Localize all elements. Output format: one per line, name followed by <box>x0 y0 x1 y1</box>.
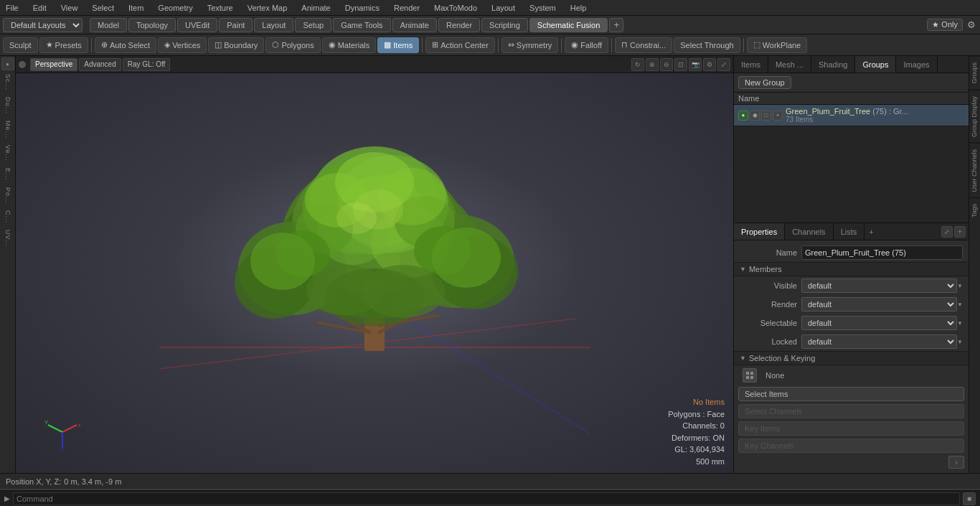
members-triangle[interactable]: ▼ <box>740 266 746 273</box>
key-channels-button[interactable]: Key Channels <box>738 439 964 453</box>
props-tab-lists[interactable]: Lists <box>834 223 865 240</box>
cmd-arrow[interactable]: ▶ <box>4 495 10 502</box>
props-popout-icon[interactable]: ⤢ <box>941 226 953 238</box>
constraints-button[interactable]: ⊓ Constrai... <box>615 37 672 53</box>
props-plus-icon[interactable]: + <box>954 226 966 238</box>
tab-items[interactable]: Items <box>734 56 768 72</box>
key-items-button[interactable]: Key Items <box>738 421 964 436</box>
sel-key-section: ▼ Selection & Keying <box>734 351 969 365</box>
tab-layout[interactable]: Layout <box>254 18 293 32</box>
layout-select[interactable]: Default Layouts <box>3 18 83 32</box>
menu-item[interactable]: Item <box>126 4 146 12</box>
tab-render[interactable]: Render <box>438 18 480 32</box>
gear-button[interactable]: ⚙ <box>966 19 977 30</box>
menu-file[interactable]: File <box>3 4 22 12</box>
menu-help[interactable]: Help <box>567 4 590 12</box>
camera-icon[interactable]: 📷 <box>689 58 702 71</box>
menu-vertex-map[interactable]: Vertex Map <box>245 4 291 12</box>
action-center-button[interactable]: ⊞ Action Center <box>425 37 495 53</box>
boundary-button[interactable]: ◫ Boundary <box>208 37 264 53</box>
tab-shading[interactable]: Shading <box>811 56 855 72</box>
props-tab-properties[interactable]: Properties <box>734 223 785 240</box>
left-label-du: Du... <box>3 94 13 117</box>
expand-icon[interactable]: + <box>773 111 783 121</box>
menu-view[interactable]: View <box>58 4 81 12</box>
workplane-button[interactable]: ⬚ WorkPlane <box>747 37 808 53</box>
select-through-button[interactable]: Select Through <box>674 37 740 53</box>
presets-button[interactable]: ★ Presets <box>39 37 88 53</box>
tab-images[interactable]: Images <box>896 56 937 72</box>
autoselect-button[interactable]: ⊕ Auto Select <box>95 37 156 53</box>
tab-mesh[interactable]: Mesh ... <box>768 56 811 72</box>
symmetry-button[interactable]: ⇔ Symmetry <box>501 37 559 53</box>
zoom-out-icon[interactable]: ⊖ <box>660 58 673 71</box>
select-items-button[interactable]: Select Items <box>738 387 964 401</box>
tab-schematic-fusion[interactable]: Schematic Fusion <box>529 18 608 32</box>
ray-gl-button[interactable]: Ray GL: Off <box>123 58 171 71</box>
menu-texture[interactable]: Texture <box>204 4 236 12</box>
expand-icon[interactable]: ⤢ <box>717 58 730 71</box>
menu-layout[interactable]: Layout <box>489 4 518 12</box>
side-label-group-display[interactable]: Group Display <box>969 90 980 143</box>
menu-render[interactable]: Render <box>391 4 423 12</box>
materials-button[interactable]: ◉ Materials <box>322 37 377 53</box>
side-label-user-channels[interactable]: User Channels <box>969 143 980 198</box>
sel-key-triangle[interactable]: ▼ <box>740 355 746 362</box>
add-layout-tab-button[interactable]: + <box>609 18 623 32</box>
tab-groups[interactable]: Groups <box>855 56 896 72</box>
cmd-go-button[interactable]: ■ <box>963 492 976 505</box>
new-group-button[interactable]: New Group <box>738 76 791 89</box>
name-input[interactable] <box>801 245 963 260</box>
props-tab-add-button[interactable]: + <box>864 228 877 236</box>
rotate-icon[interactable]: ↻ <box>631 58 644 71</box>
perspective-button[interactable]: Perspective <box>30 58 77 71</box>
lock-icon[interactable]: □ <box>761 111 771 121</box>
side-label-tags[interactable]: Tags <box>969 197 980 223</box>
menu-maxtomodo[interactable]: MaxToModo <box>431 4 480 12</box>
layout-tabs: Model Topology UVEdit Paint Layout Setup… <box>90 18 623 32</box>
fit-icon[interactable]: ⊡ <box>674 58 687 71</box>
menu-geometry[interactable]: Geometry <box>155 4 195 12</box>
vertices-icon: ◈ <box>164 40 170 50</box>
view-bar: Perspective Advanced Ray GL: Off ↻ ⊕ ⊖ ⊡… <box>16 56 733 73</box>
viewport[interactable]: Perspective Advanced Ray GL: Off ↻ ⊕ ⊖ ⊡… <box>16 56 733 473</box>
tab-topology[interactable]: Topology <box>128 18 176 32</box>
render-select[interactable]: default <box>801 297 957 311</box>
polygons-button[interactable]: ⬡ Polygons <box>265 37 320 53</box>
items-button[interactable]: ▦ Items <box>377 37 419 53</box>
menu-bar: File Edit View Select Item Geometry Text… <box>0 0 980 16</box>
group-item[interactable]: ● ◉ □ + Green_Plum_Fruit_Tree (75) : Gr.… <box>734 105 969 126</box>
render-icon[interactable]: ◉ <box>750 111 760 121</box>
locked-select[interactable]: default <box>801 334 957 349</box>
props-tab-channels[interactable]: Channels <box>785 223 833 240</box>
select-channels-button[interactable]: Select Channels <box>738 404 964 418</box>
visible-select[interactable]: default <box>801 278 957 293</box>
command-input[interactable] <box>13 492 960 505</box>
tab-game-tools[interactable]: Game Tools <box>333 18 391 32</box>
side-label-groups[interactable]: Groups <box>969 56 980 90</box>
expand-button[interactable]: › <box>948 456 964 469</box>
svg-point-33 <box>250 233 315 290</box>
tab-paint[interactable]: Paint <box>219 18 253 32</box>
falloff-button[interactable]: ◉ Falloff <box>565 37 608 53</box>
tab-uvedit[interactable]: UVEdit <box>177 18 217 32</box>
selectable-select[interactable]: default <box>801 316 957 330</box>
settings-icon[interactable]: ⚙ <box>703 58 716 71</box>
menu-dynamics[interactable]: Dynamics <box>342 4 382 12</box>
advanced-button[interactable]: Advanced <box>79 58 121 71</box>
tab-scripting[interactable]: Scripting <box>481 18 528 32</box>
sculpt-button[interactable]: Sculpt <box>3 37 38 53</box>
menu-system[interactable]: System <box>527 4 559 12</box>
tab-animate[interactable]: Animate <box>392 18 437 32</box>
locked-arrow: ▼ <box>957 339 963 345</box>
tab-setup[interactable]: Setup <box>295 18 331 32</box>
tab-model[interactable]: Model <box>90 18 127 32</box>
zoom-in-icon[interactable]: ⊕ <box>646 58 659 71</box>
vertices-button[interactable]: ◈ Vertices <box>158 37 207 53</box>
menu-select[interactable]: Select <box>89 4 117 12</box>
visibility-icon[interactable]: ● <box>738 111 748 121</box>
menu-animate[interactable]: Animate <box>298 4 333 12</box>
col-name-label: Name <box>738 94 759 103</box>
menu-edit[interactable]: Edit <box>30 4 50 12</box>
left-tool-1[interactable]: ● <box>1 57 14 70</box>
